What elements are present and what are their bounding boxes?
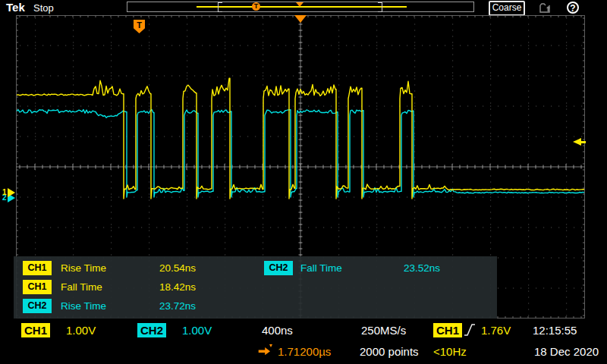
ch1-scale-badge[interactable]: CH1 — [21, 323, 50, 337]
trigger-level-arrow-icon[interactable] — [573, 138, 581, 146]
trigger-source-badge[interactable]: CH1 — [433, 323, 462, 337]
coarse-button[interactable]: Coarse — [489, 1, 525, 16]
acquisition-state: Stop — [33, 2, 54, 14]
record-trigger-position-icon: T — [252, 2, 260, 11]
measurement-name: Rise Time — [61, 300, 106, 312]
tek-logo: Tek — [6, 1, 25, 14]
ch2-scale-value: 1.00V — [182, 324, 212, 337]
horizontal-delay-readout: 1.71200µs — [278, 345, 331, 358]
measurement-row: CH1 Rise Time 20.54ns CH2 Fall Time 23.5… — [14, 261, 497, 276]
status-bar: CH1 1.00V CH2 1.00V 400ns 250MS/s CH1 1.… — [0, 318, 607, 364]
trigger-level-readout: 1.76V — [481, 324, 511, 337]
ch1-badge: CH1 — [23, 280, 52, 294]
measurement-value: 20.54ns — [159, 262, 196, 274]
measurement-name: Rise Time — [61, 262, 106, 274]
ch1-badge: CH1 — [23, 261, 52, 275]
measurements-panel: CH1 Rise Time 20.54ns CH2 Fall Time 23.5… — [14, 256, 497, 320]
measurement-name: Fall Time — [61, 281, 102, 293]
trigger-frequency-readout: <10Hz — [433, 345, 467, 358]
record-window-position-icon — [296, 2, 304, 7]
clock-date: 18 Dec 2020 — [534, 345, 599, 358]
measurement-value: 23.52ns — [404, 262, 440, 274]
timebase-readout: 400ns — [262, 324, 293, 337]
measurement-value: 23.72ns — [159, 300, 196, 312]
zoom-window-right-bracket[interactable] — [378, 2, 382, 12]
ch1-marker-arrow-icon — [8, 188, 15, 197]
trigger-level-arrow-tail — [581, 141, 586, 143]
record-view-bar[interactable]: T — [127, 2, 474, 12]
ch2-badge: CH2 — [23, 299, 52, 313]
sample-rate-readout: 250MS/s — [361, 324, 406, 337]
ch1-scale-value: 1.00V — [66, 324, 96, 337]
help-icon[interactable]: ? — [567, 2, 579, 14]
ch2-badge: CH2 — [264, 261, 293, 275]
ch1-marker-digit: 1 — [2, 188, 7, 196]
measurement-row: CH2 Rise Time 23.72ns — [14, 299, 497, 314]
ch2-scale-badge[interactable]: CH2 — [137, 323, 166, 337]
rising-edge-slope-icon — [464, 322, 476, 339]
save-file-icon[interactable] — [539, 2, 552, 13]
measurement-value: 18.42ns — [159, 281, 196, 293]
measurement-row: CH1 Fall Time 18.42ns — [14, 280, 497, 295]
measurement-name: Fall Time — [300, 262, 342, 274]
top-bar: Tek Stop T Coarse ? — [0, 0, 607, 15]
clock-time: 12:15:55 — [533, 324, 577, 337]
record-length-readout: 2000 points — [360, 345, 419, 358]
horizontal-delay-arrow-icon — [257, 344, 275, 358]
trigger-position-marker-icon[interactable] — [294, 15, 307, 23]
zoom-window-left-bracket[interactable] — [218, 2, 222, 12]
